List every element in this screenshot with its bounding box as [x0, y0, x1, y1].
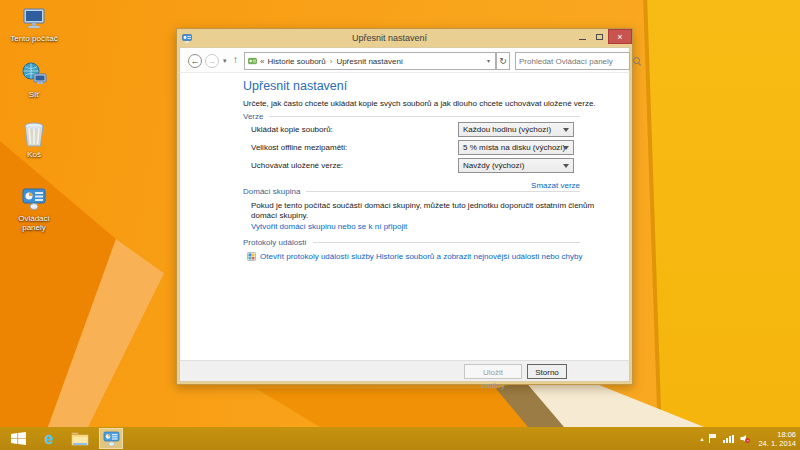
taskbar-control-panel-active[interactable] — [99, 428, 123, 449]
window-controls: × — [574, 29, 632, 44]
clock-time: 18:06 — [758, 430, 796, 439]
windows-logo-icon — [11, 432, 26, 445]
desktop-icon-control-panel[interactable]: Ovládací panely — [6, 186, 62, 232]
advanced-settings-window: Upřesnit nastavení × ← → ▾ ↑ — [176, 28, 633, 385]
save-copies-select[interactable]: Každou hodinu (výchozí) — [458, 122, 574, 137]
breadcrumb-file-history[interactable]: Historie souborů — [267, 57, 325, 66]
page-title: Upřesnit nastavení — [243, 79, 347, 93]
maximize-button[interactable] — [591, 29, 608, 44]
page-content: Upřesnit nastavení Určete, jak často chc… — [179, 73, 630, 360]
control-panel-icon — [103, 431, 120, 447]
taskbar: e ▴ — [0, 427, 800, 450]
setting-row-save-copies: Ukládat kopie souborů: Každou hodinu (vý… — [243, 122, 580, 137]
network-signal-icon[interactable] — [723, 435, 734, 443]
taskbar-internet-explorer[interactable]: e — [37, 428, 61, 449]
recycle-bin-icon — [20, 122, 48, 148]
group-rule — [306, 191, 580, 192]
search-box — [515, 52, 630, 70]
folder-icon — [71, 432, 89, 446]
address-dropdown-icon[interactable]: ▾ — [482, 53, 495, 69]
refresh-button[interactable]: ↻ — [496, 52, 510, 70]
system-tray: ▴ × 18:06 24. 1. 2014 — [700, 430, 796, 448]
offline-cache-select[interactable]: 5 % místa na disku (výchozí) — [458, 140, 574, 155]
setting-row-keep-versions: Uchovávat uložené verze: Navždy (výchozí… — [243, 158, 580, 173]
cancel-button[interactable]: Storno — [527, 364, 567, 379]
breadcrumb-separator-icon: › — [330, 57, 333, 66]
network-icon — [20, 62, 48, 88]
desktop-icon-recycle-bin[interactable]: Koš — [6, 122, 62, 159]
group-event-logs-title: Protokoly událostí — [243, 238, 307, 247]
chevron-down-icon — [563, 164, 569, 168]
group-homegroup: Domácí skupina — [243, 187, 580, 196]
desktop-icon-label: Tento počítač — [10, 34, 58, 43]
group-event-logs: Protokoly událostí — [243, 238, 580, 247]
back-button[interactable]: ← — [188, 54, 202, 68]
desktop-icon-label: Ovládací panely — [6, 214, 62, 232]
group-rule — [269, 116, 580, 117]
navigation-toolbar: ← → ▾ ↑ « Historie souborů › Upřesnit na… — [179, 47, 630, 73]
group-versions-title: Verze — [243, 112, 263, 121]
page-intro: Určete, jak často chcete ukládat kopie s… — [243, 99, 603, 108]
save-changes-button[interactable]: Uložit změny — [464, 364, 522, 379]
homegroup-text: Pokud je tento počítač součástí domácí s… — [251, 201, 603, 220]
search-input[interactable] — [516, 57, 632, 66]
event-log-row: Otevřít protokoly událostí služby Histor… — [247, 252, 582, 261]
keep-versions-select[interactable]: Navždy (výchozí) — [458, 158, 574, 173]
desktop-icon-network[interactable]: Síť — [6, 62, 62, 99]
keep-versions-value: Navždy (výchozí) — [463, 161, 524, 170]
offline-cache-label: Velikost offline mezipaměti: — [251, 140, 347, 155]
minimize-button[interactable] — [574, 29, 591, 44]
chevron-down-icon — [563, 128, 569, 132]
desktop-icon-label: Síť — [29, 90, 40, 99]
clock-date: 24. 1. 2014 — [758, 439, 796, 448]
group-rule — [313, 242, 580, 243]
forward-button[interactable]: → — [205, 54, 219, 68]
keep-versions-label: Uchovávat uložené verze: — [251, 158, 343, 173]
address-control-panel-icon — [248, 57, 257, 66]
breadcrumb-overflow-chevrons[interactable]: « — [260, 57, 264, 66]
volume-muted-icon[interactable]: × — [740, 434, 750, 443]
window-title: Upřesnit nastavení — [209, 29, 570, 47]
search-icon — [632, 56, 642, 66]
title-bar[interactable]: Upřesnit nastavení × — [179, 29, 630, 47]
group-homegroup-title: Domácí skupina — [243, 187, 300, 196]
save-copies-value: Každou hodinu (výchozí) — [463, 125, 551, 134]
action-center-flag-icon[interactable] — [709, 434, 717, 443]
desktop-icon-label: Koš — [27, 150, 41, 159]
save-copies-label: Ukládat kopie souborů: — [251, 122, 333, 137]
control-panel-icon — [20, 186, 48, 212]
chevron-down-icon — [563, 146, 569, 150]
address-bar[interactable]: « Historie souborů › Upřesnit nastavení … — [244, 52, 496, 70]
window-control-panel-icon — [182, 33, 192, 43]
up-button[interactable]: ↑ — [233, 54, 238, 65]
event-log-icon — [247, 252, 256, 261]
open-event-logs-link[interactable]: Otevřít protokoly událostí služby Histor… — [260, 252, 582, 261]
breadcrumb-advanced-settings[interactable]: Upřesnit nastavení — [336, 57, 403, 66]
group-versions: Verze — [243, 112, 580, 121]
desktop: Tento počítač Síť — [0, 0, 800, 450]
dialog-footer: Uložit změny Storno — [179, 360, 630, 382]
taskbar-clock[interactable]: 18:06 24. 1. 2014 — [758, 430, 796, 448]
taskbar-file-explorer[interactable] — [68, 428, 92, 449]
homegroup-block: Pokud je tento počítač součástí domácí s… — [251, 201, 603, 232]
show-hidden-icons-button[interactable]: ▴ — [700, 435, 703, 442]
setting-row-offline-cache: Velikost offline mezipaměti: 5 % místa n… — [243, 140, 580, 155]
internet-explorer-icon: e — [45, 431, 54, 447]
homegroup-link[interactable]: Vytvořit domácí skupinu nebo se k ní při… — [251, 222, 407, 232]
close-button[interactable]: × — [608, 29, 632, 44]
offline-cache-value: 5 % místa na disku (výchozí) — [463, 143, 565, 152]
recent-pages-dropdown-icon[interactable]: ▾ — [223, 57, 227, 65]
start-button[interactable] — [6, 428, 30, 449]
desktop-icon-this-pc[interactable]: Tento počítač — [6, 6, 62, 43]
computer-icon — [20, 6, 48, 32]
